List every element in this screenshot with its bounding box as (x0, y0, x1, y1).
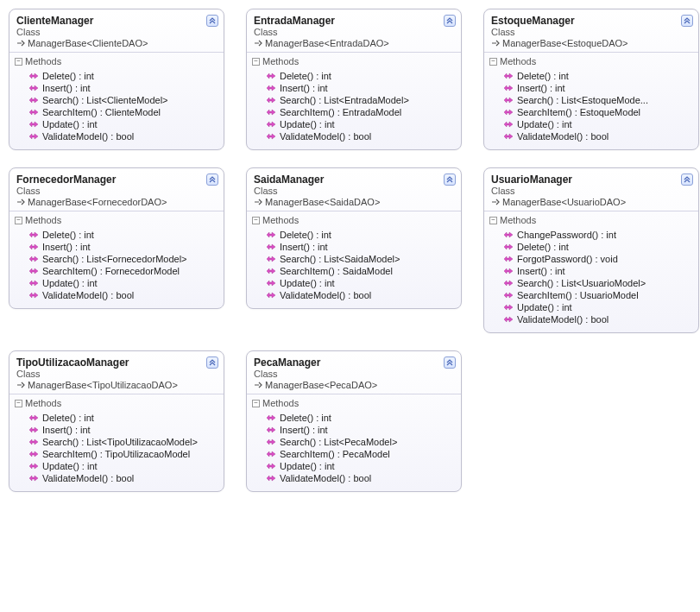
method-item[interactable]: Insert() : int (250, 424, 457, 436)
method-item[interactable]: SearchItem() : PecaModel (250, 448, 457, 460)
method-item[interactable]: Update() : int (13, 118, 220, 130)
method-item[interactable]: Search() : List<UsuarioModel> (488, 277, 695, 289)
method-item[interactable]: Insert() : int (488, 265, 695, 277)
method-item[interactable]: Update() : int (250, 118, 457, 130)
method-signature: SearchItem() : FornecedorModel (42, 266, 180, 276)
collapse-button[interactable] (444, 356, 456, 369)
method-item[interactable]: Update() : int (13, 277, 220, 289)
method-item[interactable]: Insert() : int (250, 241, 457, 253)
collapse-button[interactable] (206, 15, 218, 27)
method-item[interactable]: Search() : List<PecaModel> (250, 436, 457, 448)
class-box[interactable]: PecaManagerClass ManagerBase<PecaDAO> −M… (246, 350, 462, 492)
method-item[interactable]: SearchItem() : EntradaModel (250, 106, 457, 118)
expander-icon[interactable]: − (489, 58, 497, 66)
collapse-button[interactable] (681, 174, 693, 186)
method-item[interactable]: Delete() : int (250, 229, 457, 241)
method-item[interactable]: Update() : int (250, 277, 457, 289)
methods-header[interactable]: −Methods (247, 53, 461, 68)
method-item[interactable]: Search() : List<EstoqueMode... (488, 94, 695, 106)
expander-icon[interactable]: − (15, 217, 22, 224)
class-box[interactable]: ClienteManagerClass ManagerBase<ClienteD… (9, 9, 224, 150)
method-item[interactable]: SearchItem() : ClienteModel (13, 106, 220, 118)
methods-header[interactable]: −Methods (247, 211, 461, 227)
methods-header[interactable]: −Methods (484, 53, 698, 68)
collapse-button[interactable] (681, 15, 693, 27)
method-icon (266, 413, 276, 422)
method-item[interactable]: SearchItem() : UsuarioModel (488, 289, 695, 301)
methods-header[interactable]: −Methods (9, 394, 224, 410)
class-kind: Class (16, 27, 217, 37)
method-icon (503, 279, 514, 287)
expander-icon[interactable]: − (15, 58, 22, 66)
method-item[interactable]: Update() : int (13, 460, 220, 472)
method-item[interactable]: Insert() : int (13, 241, 220, 253)
collapse-button[interactable] (444, 15, 456, 27)
method-item[interactable]: Search() : List<FornecedorModel> (13, 253, 220, 265)
method-item[interactable]: Insert() : int (13, 424, 220, 436)
method-item[interactable]: Update() : int (250, 460, 457, 472)
method-item[interactable]: ValidateModel() : bool (13, 130, 220, 142)
expander-icon[interactable]: − (252, 400, 260, 407)
method-item[interactable]: Search() : List<SaidaModel> (250, 253, 457, 265)
class-box[interactable]: FornecedorManagerClass ManagerBase<Forne… (9, 167, 224, 309)
collapse-button[interactable] (206, 174, 218, 186)
expander-icon[interactable]: − (15, 400, 22, 407)
method-item[interactable]: Search() : List<ClienteModel> (13, 94, 220, 106)
inherit-arrow-icon (254, 40, 262, 47)
methods-header[interactable]: −Methods (9, 211, 224, 227)
class-box[interactable]: EstoqueManagerClass ManagerBase<EstoqueD… (483, 9, 699, 150)
class-box[interactable]: SaidaManagerClass ManagerBase<SaidaDAO> … (246, 167, 462, 309)
class-box[interactable]: UsuarioManagerClass ManagerBase<UsuarioD… (483, 167, 699, 333)
method-item[interactable]: SearchItem() : EstoqueModel (488, 106, 695, 118)
method-icon (28, 108, 39, 117)
method-item[interactable]: ForgotPassword() : void (488, 253, 695, 265)
method-signature: Update() : int (280, 119, 335, 129)
methods-header[interactable]: −Methods (9, 53, 224, 68)
method-item[interactable]: Update() : int (488, 301, 695, 313)
expander-icon[interactable]: − (252, 217, 260, 224)
method-item[interactable]: Delete() : int (13, 412, 220, 424)
chevron-up-icon (209, 17, 216, 24)
collapse-button[interactable] (206, 356, 218, 369)
method-item[interactable]: ValidateModel() : bool (250, 472, 457, 484)
collapse-button[interactable] (444, 174, 456, 186)
methods-header[interactable]: −Methods (247, 394, 461, 410)
class-box[interactable]: TipoUtilizacaoManagerClass ManagerBase<T… (9, 350, 224, 492)
method-icon (503, 255, 514, 263)
method-item[interactable]: ValidateModel() : bool (250, 130, 457, 142)
method-icon (503, 230, 514, 239)
method-item[interactable]: SearchItem() : SaidaModel (250, 265, 457, 277)
method-icon (266, 255, 276, 263)
method-item[interactable]: ValidateModel() : bool (488, 130, 695, 142)
method-item[interactable]: ValidateModel() : bool (13, 472, 220, 484)
method-item[interactable]: Delete() : int (13, 70, 220, 82)
method-item[interactable]: Delete() : int (250, 70, 457, 82)
expander-icon[interactable]: − (489, 217, 497, 224)
methods-header[interactable]: −Methods (484, 211, 698, 227)
method-item[interactable]: ValidateModel() : bool (488, 313, 695, 325)
method-item[interactable]: SearchItem() : FornecedorModel (13, 265, 220, 277)
chevron-up-icon (684, 17, 691, 24)
method-item[interactable]: Insert() : int (250, 82, 457, 94)
method-item[interactable]: SearchItem() : TipoUtilizacaoModel (13, 448, 220, 460)
method-item[interactable]: ValidateModel() : bool (13, 289, 220, 301)
methods-header-label: Methods (25, 56, 61, 66)
method-item[interactable]: ValidateModel() : bool (250, 289, 457, 301)
expander-icon[interactable]: − (252, 58, 260, 66)
method-item[interactable]: Insert() : int (488, 82, 695, 94)
class-box[interactable]: EntradaManagerClass ManagerBase<EntradaD… (246, 9, 462, 150)
method-item[interactable]: Search() : List<TipoUtilizacaoModel> (13, 436, 220, 448)
method-icon (266, 120, 276, 129)
method-item[interactable]: Delete() : int (13, 229, 220, 241)
method-item[interactable]: Delete() : int (488, 70, 695, 82)
method-item[interactable]: ChangePassword() : int (488, 229, 695, 241)
method-signature: Update() : int (517, 302, 572, 312)
method-item[interactable]: Search() : List<EntradaModel> (250, 94, 457, 106)
method-item[interactable]: Update() : int (488, 118, 695, 130)
method-item[interactable]: Insert() : int (13, 82, 220, 94)
method-signature: Search() : List<EntradaModel> (280, 95, 409, 105)
method-item[interactable]: Delete() : int (250, 412, 457, 424)
method-item[interactable]: Delete() : int (488, 241, 695, 253)
method-icon (28, 426, 39, 434)
method-list: Delete() : int Insert() : int Search() :… (247, 227, 461, 308)
